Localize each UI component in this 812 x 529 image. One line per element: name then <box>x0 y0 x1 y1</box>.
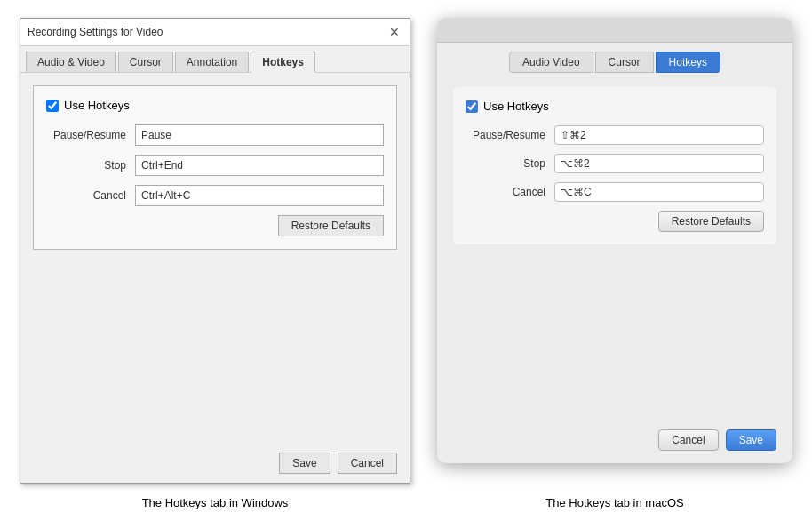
win-stop-row: Stop <box>46 155 384 176</box>
mac-tab-hotkeys[interactable]: Hotkeys <box>656 52 720 73</box>
win-pause-resume-input[interactable] <box>135 124 384 146</box>
win-pause-resume-row: Pause/Resume <box>46 124 384 146</box>
win-save-button[interactable]: Save <box>279 453 330 474</box>
mac-cancel-label: Cancel <box>466 186 545 198</box>
mac-use-hotkeys-label: Use Hotkeys <box>483 100 549 113</box>
win-tab-cursor[interactable]: Cursor <box>118 52 173 72</box>
mac-pause-resume-row: Pause/Resume <box>466 125 764 145</box>
mac-use-hotkeys-checkbox[interactable] <box>466 100 478 113</box>
win-content: Use Hotkeys Pause/Resume Stop Cancel Res… <box>20 73 410 445</box>
win-restore-defaults-button[interactable]: Restore Defaults <box>278 215 384 236</box>
mac-pause-resume-input[interactable] <box>554 125 764 145</box>
win-stop-input[interactable] <box>135 155 384 176</box>
macos-caption: The Hotkeys tab in macOS <box>437 496 792 509</box>
mac-content: Use Hotkeys Pause/Resume Stop Cancel Res… <box>437 78 792 422</box>
mac-use-hotkeys-row: Use Hotkeys <box>466 100 764 113</box>
win-titlebar: Recording Settings for Video ✕ <box>20 19 410 46</box>
mac-stop-input[interactable] <box>554 154 764 173</box>
mac-save-button[interactable]: Save <box>726 429 776 451</box>
mac-pause-resume-label: Pause/Resume <box>466 129 545 141</box>
mac-cancel-button[interactable]: Cancel <box>658 429 718 451</box>
mac-tab-cursor[interactable]: Cursor <box>595 52 654 73</box>
macos-dialog: Audio Video Cursor Hotkeys Use Hotkeys P… <box>437 18 792 463</box>
captions-row: The Hotkeys tab in Windows The Hotkeys t… <box>0 496 812 509</box>
win-inner-panel: Use Hotkeys Pause/Resume Stop Cancel Res… <box>33 85 397 250</box>
win-title: Recording Settings for Video <box>28 26 163 38</box>
mac-stop-label: Stop <box>466 157 545 170</box>
mac-inner-panel: Use Hotkeys Pause/Resume Stop Cancel Res… <box>453 87 776 244</box>
win-spacer <box>33 259 397 437</box>
win-tabs: Audio & Video Cursor Annotation Hotkeys <box>20 46 410 73</box>
windows-caption-text: The Hotkeys tab in Windows <box>142 496 289 509</box>
mac-cancel-input[interactable] <box>554 182 764 202</box>
win-use-hotkeys-row: Use Hotkeys <box>46 99 384 112</box>
win-cancel-input[interactable] <box>135 185 384 206</box>
mac-titlebar <box>437 18 792 43</box>
mac-spacer <box>453 253 776 413</box>
win-cancel-row: Cancel <box>46 185 384 206</box>
win-pause-resume-label: Pause/Resume <box>46 129 126 141</box>
win-footer: Save Cancel <box>20 445 410 483</box>
mac-cancel-row: Cancel <box>466 182 764 202</box>
mac-stop-row: Stop <box>466 154 764 173</box>
win-tab-hotkeys[interactable]: Hotkeys <box>251 52 315 73</box>
windows-caption: The Hotkeys tab in Windows <box>20 496 410 509</box>
win-tab-annotation[interactable]: Annotation <box>175 52 249 72</box>
win-close-button[interactable]: ✕ <box>386 24 402 40</box>
mac-restore-container: Restore Defaults <box>466 211 764 232</box>
win-tab-audio-video[interactable]: Audio & Video <box>26 52 116 72</box>
mac-tabs: Audio Video Cursor Hotkeys <box>437 43 792 78</box>
win-cancel-label: Cancel <box>46 189 126 202</box>
win-stop-label: Stop <box>46 159 126 172</box>
win-use-hotkeys-label: Use Hotkeys <box>64 99 130 112</box>
mac-footer: Cancel Save <box>437 422 792 463</box>
mac-restore-defaults-button[interactable]: Restore Defaults <box>658 211 764 232</box>
win-cancel-button[interactable]: Cancel <box>338 453 397 474</box>
mac-tab-audio-video[interactable]: Audio Video <box>509 52 593 73</box>
macos-caption-text: The Hotkeys tab in macOS <box>545 496 683 509</box>
win-restore-container: Restore Defaults <box>46 215 384 236</box>
windows-dialog: Recording Settings for Video ✕ Audio & V… <box>20 18 410 484</box>
win-use-hotkeys-checkbox[interactable] <box>46 100 59 112</box>
